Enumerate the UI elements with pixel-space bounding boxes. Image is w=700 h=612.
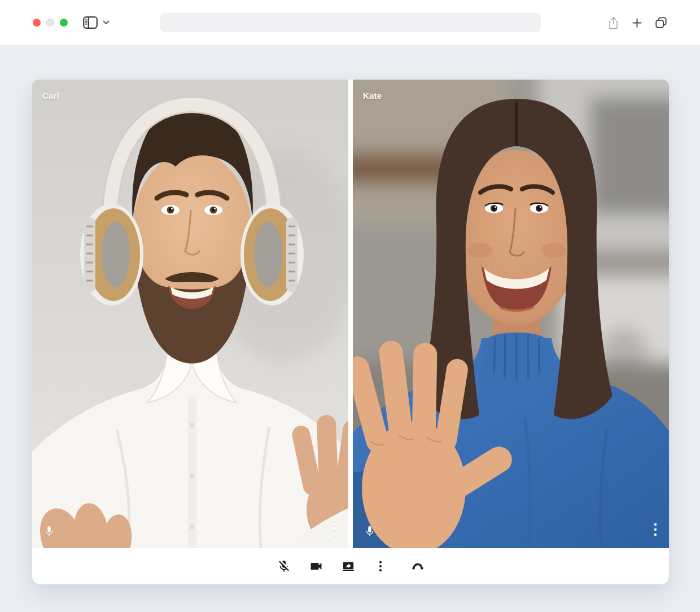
tab-overview-icon bbox=[655, 16, 667, 29]
mic-off-icon bbox=[277, 559, 291, 573]
tile-more-options-button[interactable] bbox=[333, 522, 337, 537]
plus-icon bbox=[632, 18, 642, 28]
video-tile-carl: Carl bbox=[32, 80, 348, 548]
tile-more-options-button[interactable] bbox=[653, 522, 658, 537]
call-control-bar bbox=[32, 548, 669, 584]
mute-toggle-button[interactable] bbox=[276, 558, 292, 574]
minimize-window-button[interactable] bbox=[46, 19, 54, 27]
microphone-icon bbox=[43, 525, 55, 537]
video-tile-kate: Kate bbox=[353, 80, 669, 548]
new-tab-button[interactable] bbox=[632, 18, 642, 28]
video-camera-icon bbox=[309, 559, 323, 573]
share-screen-button[interactable] bbox=[340, 558, 356, 574]
more-vertical-icon bbox=[374, 559, 387, 573]
phone-hang-up-icon bbox=[411, 559, 425, 573]
participant-name-label: Carl bbox=[42, 91, 59, 100]
more-options-button[interactable] bbox=[373, 558, 388, 574]
video-tiles: Carl bbox=[32, 80, 669, 548]
zoom-window-button[interactable] bbox=[60, 19, 68, 27]
microphone-icon bbox=[364, 525, 376, 537]
chrome-right-buttons bbox=[607, 0, 667, 45]
sidebar-toggle-icon bbox=[83, 16, 98, 29]
url-field[interactable] bbox=[160, 13, 541, 32]
share-button[interactable] bbox=[607, 16, 619, 30]
kate-video-feed bbox=[353, 80, 669, 548]
video-call-window: Carl bbox=[32, 80, 669, 584]
camera-toggle-button[interactable] bbox=[308, 558, 324, 574]
participant-name-label: Kate bbox=[363, 91, 382, 100]
end-call-button[interactable] bbox=[410, 558, 426, 574]
chevron-down-icon[interactable] bbox=[103, 20, 110, 25]
traffic-lights bbox=[33, 19, 68, 27]
carl-video-feed bbox=[32, 80, 348, 548]
screen-share-icon bbox=[342, 559, 355, 573]
share-icon bbox=[607, 16, 619, 30]
close-window-button[interactable] bbox=[33, 19, 41, 27]
tab-overview-button[interactable] bbox=[655, 16, 667, 29]
browser-chrome bbox=[0, 0, 700, 45]
sidebar-toggle-button[interactable] bbox=[83, 16, 98, 29]
